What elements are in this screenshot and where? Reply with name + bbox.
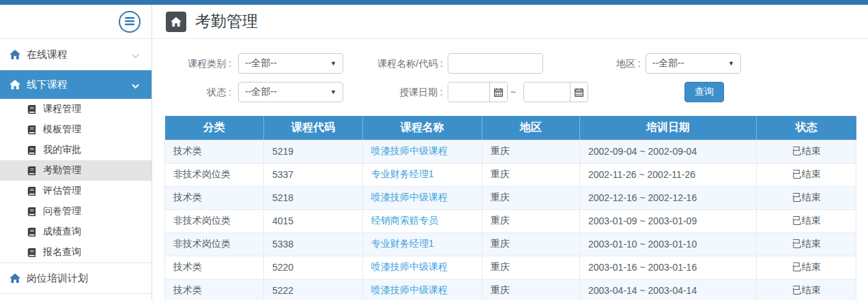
course-name-link[interactable]: 喷漆技师中级课程 — [371, 284, 448, 295]
book-icon — [27, 248, 36, 257]
table-row: 非技术岗位类5337专业财务经理1重庆2002-11-26 ~ 2002-11-… — [165, 163, 856, 186]
sidebar-subitem[interactable]: 成绩查询 — [0, 222, 151, 242]
course-code-cell: 5220 — [264, 256, 363, 279]
sidebar-item-online-courses[interactable]: 在线课程 — [0, 39, 151, 70]
course-name-link[interactable]: 喷漆技师中级课程 — [371, 192, 448, 202]
course-code-cell: 4015 — [264, 209, 363, 232]
region-cell: 重庆 — [482, 140, 580, 163]
course-name-cell: 经销商索赔专员 — [363, 209, 482, 232]
training-date-cell: 2002-11-26 ~ 2002-11-26 — [580, 163, 757, 186]
sidebar-subitem-label: 问卷管理 — [43, 205, 81, 217]
sidebar-subitem-label: 评估管理 — [43, 185, 81, 197]
training-date-cell: 2002-12-16 ~ 2002-12-16 — [580, 186, 757, 209]
region-cell: 重庆 — [482, 256, 580, 279]
date-from-input[interactable] — [448, 82, 489, 102]
sidebar-subitem[interactable]: 我的审批 — [0, 140, 151, 160]
course-name-label: 课程名称/代码 : — [343, 53, 443, 74]
page-header: 考勤管理 — [153, 5, 868, 39]
course-code-cell: 5218 — [264, 186, 363, 209]
search-button[interactable]: 查询 — [684, 82, 724, 102]
course-type-select[interactable]: --全部-- ▼ — [238, 53, 343, 74]
course-name-link[interactable]: 专业财务经理1 — [371, 168, 434, 179]
sidebar-subitem[interactable]: 考勤管理 — [0, 160, 151, 181]
sidebar-subitem[interactable]: 评估管理 — [0, 181, 151, 201]
table-body: 技术类5219喷漆技师中级课程重庆2002-09-04 ~ 2002-09-04… — [165, 140, 856, 300]
table-header-row: 分类课程代码课程名称地区培训日期状态 — [165, 116, 856, 140]
region-select[interactable]: --全部-- ▼ — [646, 53, 741, 74]
category-cell: 非技术岗位类 — [165, 163, 264, 186]
page-title: 考勤管理 — [195, 11, 258, 32]
status-cell: 已结束 — [757, 209, 856, 232]
table-row: 技术类5220喷漆技师中级课程重庆2003-01-16 ~ 2003-01-16… — [165, 256, 856, 279]
book-icon — [27, 125, 36, 134]
course-name-input[interactable] — [448, 53, 543, 74]
sidebar-item-offline-courses[interactable]: 线下课程 — [0, 70, 151, 99]
status-select[interactable]: --全部-- ▼ — [238, 82, 343, 102]
book-icon — [27, 228, 36, 237]
calendar-icon[interactable] — [489, 82, 507, 102]
book-icon — [27, 166, 36, 175]
column-header: 课程名称 — [363, 116, 482, 140]
region-cell: 重庆 — [482, 279, 580, 300]
sidebar-toggle-button[interactable] — [119, 11, 141, 33]
sidebar-subitem[interactable]: 问卷管理 — [0, 201, 151, 222]
status-cell: 已结束 — [757, 256, 856, 279]
status-cell: 已结束 — [757, 232, 856, 256]
table-row: 技术类5219喷漆技师中级课程重庆2002-09-04 ~ 2002-09-04… — [165, 140, 856, 163]
hamburger-icon — [125, 16, 134, 28]
book-icon — [27, 105, 36, 114]
course-name-link[interactable]: 专业财务经理1 — [371, 238, 434, 249]
course-name-link[interactable]: 喷漆技师中级课程 — [371, 261, 448, 272]
course-type-label: 课程类别 : — [153, 53, 231, 74]
chevron-down-icon — [132, 79, 139, 91]
sidebar-subitem-label: 课程管理 — [43, 103, 81, 115]
status-label: 状态 : — [153, 82, 231, 102]
sidebar-item-label: 线下课程 — [27, 78, 132, 91]
table-row: 非技术岗位类5338专业财务经理1重庆2003-01-10 ~ 2003-01-… — [165, 232, 856, 256]
home-icon — [10, 273, 20, 283]
date-range-separator: ~ — [508, 87, 519, 97]
sidebar-item-job-training-plan[interactable]: 岗位培训计划 — [0, 262, 151, 294]
sidebar-subitem[interactable]: 报名查询 — [0, 242, 151, 262]
training-date-cell: 2003-01-16 ~ 2003-01-16 — [580, 256, 757, 279]
sidebar-subitem[interactable]: 模板管理 — [0, 119, 151, 140]
status-cell: 已结束 — [757, 279, 856, 300]
filter-row-2: 状态 : --全部-- ▼ 授课日期 : ~ 查询 — [153, 82, 868, 102]
book-icon — [27, 146, 36, 155]
sidebar-header — [0, 5, 151, 39]
sidebar-subitem-label: 我的审批 — [43, 144, 81, 156]
course-code-cell: 5337 — [264, 163, 363, 186]
category-cell: 技术类 — [165, 140, 264, 163]
filter-row-1: 课程类别 : --全部-- ▼ 课程名称/代码 : 地区 : --全部-- ▼ — [153, 53, 868, 74]
course-code-cell: 5222 — [264, 279, 363, 300]
course-name-cell: 喷漆技师中级课程 — [363, 256, 482, 279]
status-cell: 已结束 — [757, 163, 856, 186]
sidebar-subitem-label: 报名查询 — [43, 246, 81, 258]
select-arrow-icon: ▼ — [330, 60, 336, 67]
table-row: 非技术岗位类4015经销商索赔专员重庆2003-01-09 ~ 2003-01-… — [165, 209, 856, 232]
course-name-cell: 喷漆技师中级课程 — [363, 186, 482, 209]
column-header: 地区 — [482, 116, 580, 140]
home-icon — [10, 50, 20, 59]
home-icon-tile — [166, 12, 186, 32]
table-row: 技术类5222喷漆技师中级课程重庆2003-04-14 ~ 2003-04-14… — [165, 279, 856, 300]
date-to-field — [523, 82, 588, 102]
sidebar-subitem-label: 考勤管理 — [43, 164, 81, 177]
top-accent-strip — [0, 0, 868, 5]
course-name-link[interactable]: 经销商索赔专员 — [371, 215, 438, 226]
date-to-input[interactable] — [524, 82, 570, 102]
category-cell: 非技术岗位类 — [165, 209, 264, 232]
calendar-icon[interactable] — [570, 82, 588, 102]
training-date-cell: 2003-01-10 ~ 2003-01-10 — [580, 232, 757, 256]
region-cell: 重庆 — [482, 209, 580, 232]
course-code-cell: 5219 — [264, 140, 363, 163]
attendance-table: 分类课程代码课程名称地区培训日期状态 技术类5219喷漆技师中级课程重庆2002… — [164, 116, 856, 300]
select-arrow-icon: ▼ — [330, 89, 336, 95]
region-cell: 重庆 — [482, 232, 580, 256]
course-name-cell: 喷漆技师中级课程 — [363, 279, 482, 300]
column-header: 分类 — [165, 116, 264, 140]
course-code-cell: 5338 — [264, 232, 363, 256]
course-name-link[interactable]: 喷漆技师中级课程 — [371, 145, 448, 156]
sidebar-subitem[interactable]: 课程管理 — [0, 99, 151, 119]
home-icon — [10, 80, 20, 89]
